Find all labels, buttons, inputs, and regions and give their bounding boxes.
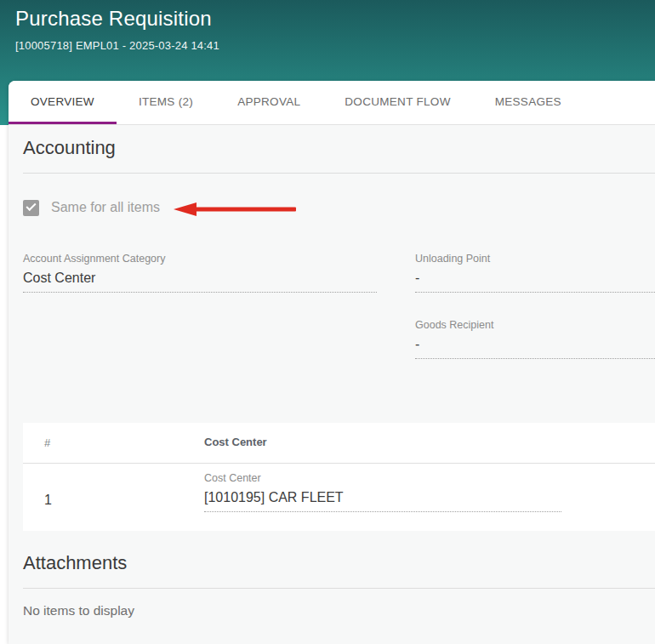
- field-label: Account Assignment Category: [23, 253, 377, 265]
- cost-center-table: # Cost Center 1 Cost Center [1010195] CA…: [23, 423, 655, 531]
- accounting-section-heading: Accounting: [23, 137, 116, 159]
- field-label: Goods Recipient: [415, 319, 655, 331]
- field-value: [1010195] CAR FLEET: [204, 490, 561, 512]
- table-row: 1 Cost Center [1010195] CAR FLEET: [23, 464, 655, 530]
- overview-content: Accounting Same for all items Account As…: [9, 125, 655, 644]
- page-subtitle: [10005718] EMPL01 - 2025-03-24 14:41: [15, 39, 219, 52]
- cell-cost-center: Cost Center [1010195] CAR FLEET: [204, 472, 561, 512]
- tab-messages[interactable]: MESSAGES: [473, 81, 584, 124]
- field-value: -: [415, 271, 655, 293]
- row-index: 1: [44, 493, 52, 508]
- field-label: Cost Center: [204, 472, 561, 484]
- column-header-index: #: [44, 436, 50, 449]
- attachments-empty-text: No items to display: [23, 603, 134, 618]
- tab-document-flow[interactable]: DOCUMENT FLOW: [322, 81, 472, 124]
- field-unloading-point: Unloading Point -: [415, 253, 655, 293]
- page-title: Purchase Requisition: [15, 7, 212, 31]
- check-icon: [26, 200, 36, 210]
- same-for-all-items-checkbox[interactable]: [23, 200, 39, 216]
- table-header-row: # Cost Center: [23, 423, 655, 464]
- tab-overview[interactable]: OVERVIEW: [9, 81, 117, 124]
- tab-items[interactable]: ITEMS (2): [117, 81, 215, 124]
- same-for-all-items-label: Same for all items: [51, 200, 160, 215]
- column-header-cost-center: Cost Center: [204, 436, 267, 448]
- field-value: Cost Center: [23, 271, 377, 293]
- tab-approval[interactable]: APPROVAL: [215, 81, 322, 124]
- accounting-divider: [23, 173, 655, 174]
- tab-bar: OVERVIEW ITEMS (2) APPROVAL DOCUMENT FLO…: [9, 81, 655, 125]
- attachments-section-heading: Attachments: [23, 552, 127, 574]
- main-card: OVERVIEW ITEMS (2) APPROVAL DOCUMENT FLO…: [9, 81, 655, 644]
- red-arrow-icon: [174, 202, 298, 217]
- purchase-requisition-page: Purchase Requisition [10005718] EMPL01 -…: [0, 0, 655, 644]
- field-account-assignment-category: Account Assignment Category Cost Center: [23, 253, 377, 293]
- field-value: -: [415, 337, 655, 359]
- field-goods-recipient: Goods Recipient -: [415, 319, 655, 359]
- same-for-all-items-row: Same for all items: [23, 198, 160, 217]
- attachments-divider: [23, 588, 655, 589]
- field-label: Unloading Point: [415, 253, 655, 265]
